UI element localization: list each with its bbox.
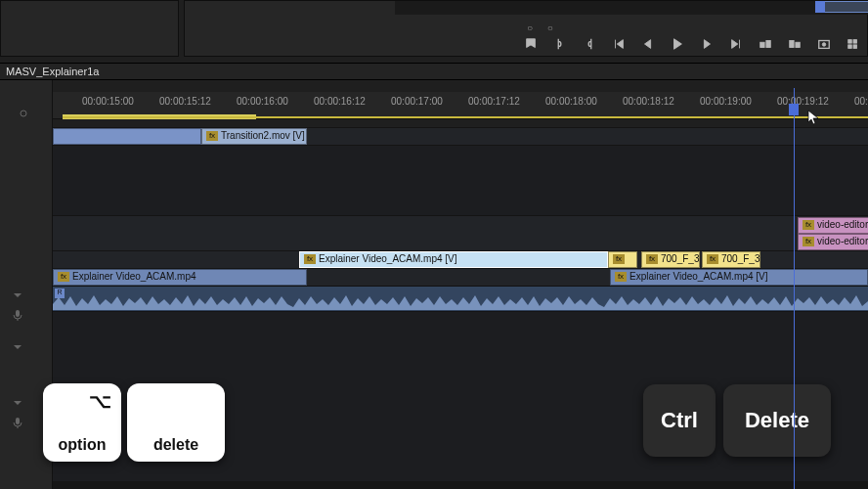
option-glyph: ⌥: [89, 389, 111, 413]
work-area-bar[interactable]: [63, 116, 868, 118]
zoom-handles[interactable]: ○ ○: [527, 22, 559, 33]
tick: 00:00:18:00: [545, 96, 597, 107]
clip-label: Transition2.mov [V]: [221, 130, 305, 141]
tick: 00:00:19:00: [700, 96, 752, 107]
clip-explainer-a[interactable]: fxExplainer Video_ACAM.mp4: [53, 269, 307, 286]
transport-controls: [523, 36, 861, 52]
playhead-line[interactable]: [794, 88, 795, 489]
out-point-icon[interactable]: [582, 36, 597, 52]
keycap-ctrl: Ctrl: [643, 384, 716, 457]
svg-rect-8: [853, 40, 857, 44]
waveform: [53, 292, 868, 310]
tick: 00:00:17:00: [391, 96, 443, 107]
keycap-delete: delete: [127, 383, 225, 462]
keycap-label: delete: [153, 436, 198, 454]
program-monitor-bar: ○ ○: [0, 0, 868, 63]
fx-badge: fx: [803, 220, 814, 230]
export-frame-icon[interactable]: [816, 36, 832, 52]
sequence-name: MASV_Explainer1a: [6, 66, 99, 77]
keycap-label: Delete: [745, 408, 809, 433]
tick: 00:00:18:12: [623, 96, 674, 107]
clip-label: Explainer Video_ACAM.mp4: [72, 271, 196, 282]
fx-badge: fx: [615, 272, 627, 282]
svg-rect-7: [848, 45, 852, 49]
svg-rect-11: [16, 418, 20, 424]
in-point-icon[interactable]: [552, 36, 568, 52]
keycap-label: Ctrl: [661, 408, 698, 433]
playhead-head[interactable]: [789, 104, 799, 115]
video-track-v1-lower[interactable]: fxExplainer Video_ACAM.mp4 fxExplainer V…: [53, 268, 868, 286]
source-panel: [0, 0, 179, 57]
go-to-in-icon[interactable]: [611, 36, 627, 52]
tick: 00:00:16:00: [237, 96, 288, 107]
clip-label: 700_F_35: [721, 253, 760, 264]
fx-badge: fx: [646, 254, 658, 264]
mic-icon[interactable]: [12, 415, 23, 426]
svg-rect-6: [848, 40, 852, 44]
step-forward-icon[interactable]: [699, 36, 715, 52]
clip-transition[interactable]: fxTransition2.mov [V]: [201, 128, 307, 145]
time-ruler[interactable]: 00:00:15:00 00:00:15:12 00:00:16:00 00:0…: [53, 92, 868, 119]
settings-icon[interactable]: [846, 36, 861, 52]
svg-rect-3: [796, 42, 800, 47]
tick: 00:00:15:12: [159, 96, 211, 107]
video-track-v2-spacer: [53, 145, 868, 215]
program-scrub-track[interactable]: [395, 1, 868, 15]
svg-point-5: [822, 43, 826, 47]
clip-stock1[interactable]: fx700_F_35: [641, 251, 700, 268]
marker-icon[interactable]: [523, 36, 539, 52]
extract-icon[interactable]: [787, 36, 803, 52]
svg-rect-2: [790, 41, 794, 48]
audio-track-a1[interactable]: R: [53, 286, 868, 311]
clip-explainer-b[interactable]: fxExplainer Video_ACAM.mp4 [V]: [610, 269, 868, 286]
sequence-tab[interactable]: MASV_Explainer1a: [0, 63, 868, 80]
clip-label: Explainer Video_ACAM.mp4 [V]: [319, 253, 457, 264]
mic-icon[interactable]: [12, 307, 23, 319]
tick: 00:00:15:00: [82, 96, 134, 107]
step-back-icon[interactable]: [640, 36, 656, 52]
tick: 00:00:17:12: [468, 96, 520, 107]
expand-track-icon[interactable]: [12, 339, 23, 351]
fx-badge: fx: [304, 254, 316, 264]
clip-label: video-editor-working-: [817, 236, 868, 246]
tick: 00:0: [854, 96, 868, 107]
keycap-label: option: [59, 436, 107, 454]
link-icon[interactable]: [18, 106, 29, 117]
keycap-delete2: Delete: [723, 384, 831, 457]
clip-blank[interactable]: [53, 128, 201, 145]
clip-label: Explainer Video_ACAM.mp4 [V]: [629, 271, 768, 282]
clip-label: video-editor-using-pro: [817, 219, 868, 230]
expand-track-icon[interactable]: [12, 395, 23, 407]
lift-icon[interactable]: [758, 36, 773, 52]
clip-editor2[interactable]: fxvideo-editor-working-: [798, 234, 868, 250]
program-panel: ○ ○: [184, 0, 868, 57]
expand-track-icon[interactable]: [12, 288, 23, 299]
svg-rect-10: [16, 310, 20, 317]
horizontal-scrollbar[interactable]: [53, 481, 868, 489]
video-track-v1-upper[interactable]: fxExplainer Video_ACAM.mp4 [V] fx fx700_…: [53, 250, 868, 268]
video-track-v3[interactable]: fxTransition2.mov [V]: [53, 127, 868, 145]
play-icon[interactable]: [670, 36, 685, 52]
svg-rect-0: [760, 42, 764, 47]
fx-badge: fx: [803, 237, 814, 246]
clip-editor1[interactable]: fxvideo-editor-using-pro: [798, 217, 868, 234]
cursor-arrow-icon: [807, 110, 821, 125]
svg-rect-1: [766, 41, 770, 48]
fx-badge: fx: [58, 272, 69, 282]
tick: 00:00:16:12: [314, 96, 366, 107]
fx-badge: fx: [613, 254, 625, 264]
clip-yellow-small[interactable]: fx: [608, 251, 637, 268]
clip-label: 700_F_35: [661, 253, 700, 264]
tick: 00:00:19:12: [777, 96, 829, 107]
clip-explainer-v[interactable]: fxExplainer Video_ACAM.mp4 [V]: [299, 251, 608, 268]
go-to-out-icon[interactable]: [728, 36, 744, 52]
fx-badge: fx: [707, 254, 718, 264]
fx-badge: fx: [206, 131, 218, 141]
video-track-v2[interactable]: fxvideo-editor-using-pro fxvideo-editor-…: [53, 215, 868, 250]
clip-stock2[interactable]: fx700_F_35: [702, 251, 760, 268]
svg-rect-9: [853, 45, 857, 49]
scrub-playhead[interactable]: [815, 1, 825, 13]
keycap-option: ⌥ option: [43, 383, 121, 462]
